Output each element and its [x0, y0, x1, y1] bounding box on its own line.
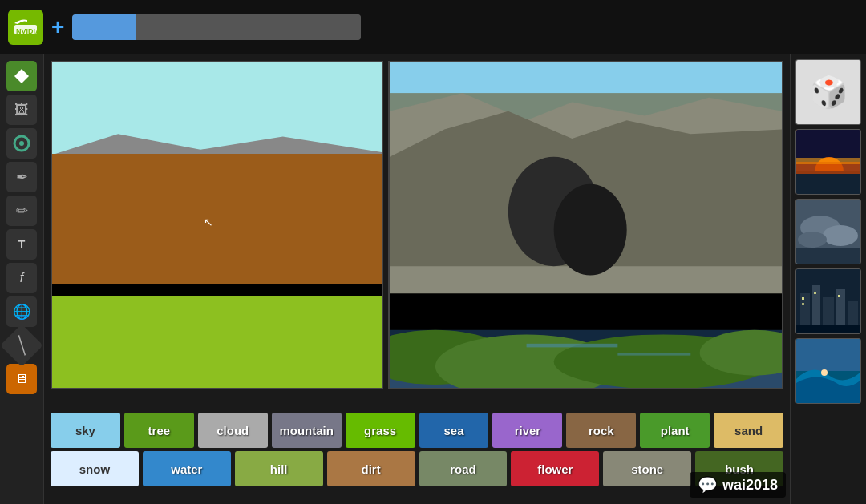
sidebar: 🖼 ✒ ✏ T f 🌐 ╱ 🖥	[0, 54, 44, 504]
palette-tree[interactable]: tree	[124, 413, 194, 448]
palette-road[interactable]: road	[419, 451, 508, 486]
right-panel: 🎲	[790, 54, 866, 504]
svg-point-28	[798, 232, 827, 248]
diamond-icon[interactable]	[6, 61, 37, 91]
svg-point-43	[821, 369, 828, 376]
palette-hill[interactable]: hill	[235, 451, 323, 486]
thumb-sunset[interactable]	[795, 129, 861, 195]
palette-mountain[interactable]: mountain	[272, 413, 342, 448]
plus-button[interactable]: +	[51, 14, 64, 40]
topbar: NVIDIA +	[0, 0, 866, 54]
globe-icon[interactable]: 🌐	[6, 296, 37, 327]
photo-icon[interactable]: 🖼	[6, 95, 37, 125]
palette-plant[interactable]: plant	[640, 413, 710, 448]
svg-rect-42	[796, 339, 861, 371]
palette-grass[interactable]: grass	[346, 413, 415, 448]
svg-marker-2	[14, 69, 29, 83]
nvidia-logo: NVIDIA	[8, 10, 43, 45]
wechat-icon: 💬	[698, 475, 718, 494]
palette-sea[interactable]: sea	[419, 413, 489, 448]
palette-dirt[interactable]: dirt	[327, 451, 415, 486]
svg-rect-36	[802, 297, 804, 300]
palette-row-1: sky tree cloud mountain grass sea river …	[51, 413, 783, 448]
palette-rock[interactable]: rock	[566, 413, 636, 448]
svg-text:NVIDIA: NVIDIA	[16, 27, 37, 35]
svg-rect-38	[814, 292, 816, 294]
cursor-indicator: ↖	[204, 216, 213, 225]
svg-rect-39	[838, 295, 840, 297]
thumb-dice[interactable]: 🎲	[795, 59, 861, 125]
brush-icon[interactable]: ╱	[0, 324, 43, 367]
drawing-canvas[interactable]: ↖	[51, 61, 383, 389]
svg-point-4	[19, 141, 24, 146]
palette-flower[interactable]: flower	[511, 451, 599, 486]
title-input[interactable]	[72, 14, 361, 40]
canvas-area: ↖	[44, 54, 790, 409]
palette-water[interactable]: water	[143, 451, 231, 486]
watermark: 💬 wai2018	[690, 472, 786, 498]
chrome-icon[interactable]	[6, 128, 37, 159]
palette-sky[interactable]: sky	[51, 413, 120, 448]
svg-rect-17	[527, 344, 618, 348]
palette-cloud[interactable]: cloud	[198, 413, 268, 448]
palette-sand[interactable]: sand	[714, 413, 783, 448]
thumb-wave[interactable]	[795, 338, 861, 404]
title-blue-accent	[72, 14, 136, 40]
edit-icon[interactable]: ✏	[6, 196, 37, 226]
svg-rect-18	[617, 353, 690, 355]
pc-icon[interactable]: 🖥	[6, 364, 37, 394]
svg-point-27	[823, 225, 858, 246]
svg-rect-29	[796, 248, 861, 264]
font-icon[interactable]: f	[6, 263, 37, 293]
svg-rect-22	[796, 171, 861, 195]
svg-rect-40	[796, 325, 861, 334]
seg-dirt	[52, 154, 382, 284]
palette: sky tree cloud mountain grass sea river …	[44, 409, 790, 504]
svg-rect-24	[796, 158, 861, 164]
palette-stone[interactable]: stone	[603, 451, 691, 486]
seg-grass	[52, 296, 382, 388]
svg-rect-37	[802, 303, 804, 305]
title-text-area[interactable]	[136, 14, 361, 40]
svg-point-10	[554, 184, 627, 276]
pen-icon[interactable]: ✒	[6, 162, 37, 192]
photo-landscape-svg	[390, 62, 782, 388]
main-content: ↖	[44, 54, 790, 504]
text-icon[interactable]: T	[6, 229, 37, 260]
thumb-clouds[interactable]	[795, 199, 861, 264]
svg-rect-20	[796, 130, 861, 158]
photo-canvas	[388, 61, 783, 389]
watermark-text: wai2018	[722, 477, 778, 494]
palette-row-2: snow water hill dirt road flower stone b…	[51, 451, 783, 486]
thumb-city[interactable]	[795, 268, 861, 334]
palette-snow[interactable]: snow	[51, 451, 139, 486]
palette-river[interactable]: river	[492, 413, 562, 448]
